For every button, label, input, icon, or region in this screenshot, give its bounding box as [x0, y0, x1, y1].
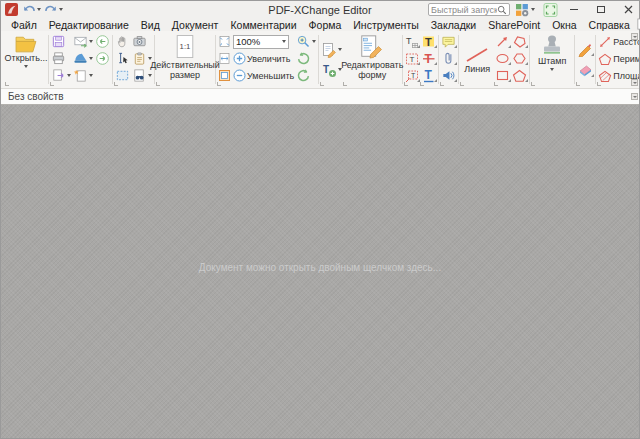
- pentagon-dropdown-icon[interactable]: [525, 79, 528, 82]
- new-document-button[interactable]: [72, 68, 94, 83]
- menu-edit[interactable]: Редактирование: [43, 19, 135, 31]
- sound-comment-button[interactable]: [440, 68, 457, 83]
- scan-button[interactable]: [72, 51, 94, 66]
- export-dropdown-icon[interactable]: [67, 74, 71, 77]
- typewriter-button[interactable]: T: [404, 35, 420, 49]
- ui-options-button[interactable]: [515, 3, 535, 17]
- pencil-tool-button[interactable]: [576, 41, 594, 57]
- line-tool-button[interactable]: Линия: [460, 33, 494, 86]
- hexagon-tool-button[interactable]: [511, 51, 528, 66]
- zoom-in-button[interactable]: Увеличить: [232, 52, 291, 65]
- menu-view[interactable]: Вид: [135, 19, 166, 31]
- close-button[interactable]: [617, 2, 639, 17]
- add-text-button[interactable]: T: [320, 62, 343, 78]
- ellipse-tool-button[interactable]: [494, 51, 511, 66]
- menu-comments[interactable]: Комментарии: [224, 19, 302, 31]
- minimize-button[interactable]: [563, 2, 585, 17]
- redo-button[interactable]: [44, 3, 63, 16]
- minimize-icon: [570, 9, 578, 10]
- callout-text-button[interactable]: T: [404, 69, 420, 83]
- sticky-note-dropdown-icon[interactable]: [454, 45, 457, 48]
- menu-help[interactable]: Справка: [583, 19, 636, 31]
- attach-file-dropdown-icon[interactable]: [454, 62, 457, 65]
- menu-file[interactable]: Файл: [5, 19, 43, 31]
- toolbar-separator: [458, 35, 459, 84]
- zoom-level-combobox[interactable]: 100%: [232, 35, 290, 49]
- maximize-button[interactable]: [590, 2, 612, 17]
- underline-text-button[interactable]: T: [420, 68, 437, 83]
- toolbar-collapse-top-icon[interactable]: [631, 33, 638, 40]
- strikeout-text-button[interactable]: T: [420, 51, 437, 66]
- next-view-button[interactable]: [94, 51, 111, 66]
- zoom-out-button[interactable]: Уменьшить: [232, 69, 295, 82]
- strikeout-dropdown-icon[interactable]: [434, 62, 437, 65]
- text-box-button[interactable]: T: [404, 52, 420, 66]
- fit-visible-button[interactable]: [217, 69, 232, 82]
- quick-launch-box[interactable]: [428, 3, 510, 16]
- attach-file-button[interactable]: [440, 51, 457, 66]
- rotate-ccw-button[interactable]: [295, 51, 312, 66]
- menu-sharepoint[interactable]: SharePoint: [482, 19, 546, 31]
- scan-dropdown-icon[interactable]: [89, 57, 93, 60]
- pencil-dropdown-icon[interactable]: [591, 53, 594, 56]
- quick-launch-input[interactable]: [431, 5, 497, 15]
- fit-width-button[interactable]: [217, 52, 232, 65]
- properties-collapse-icon[interactable]: [631, 93, 638, 100]
- undo-button[interactable]: [22, 3, 41, 16]
- eraser-dropdown-icon[interactable]: [591, 74, 594, 77]
- menu-document[interactable]: Документ: [166, 19, 225, 31]
- fullscreen-mode-icon[interactable]: [543, 3, 558, 17]
- save-button[interactable]: [50, 34, 67, 49]
- underline-dropdown-icon[interactable]: [434, 79, 437, 82]
- menu-tools[interactable]: Инструменты: [347, 19, 424, 31]
- edit-content-button[interactable]: [320, 42, 343, 58]
- snapshot-button[interactable]: [131, 34, 148, 49]
- select-area-button[interactable]: [114, 68, 131, 83]
- polyline-dropdown-icon[interactable]: [525, 45, 528, 48]
- highlight-text-button[interactable]: T: [420, 34, 437, 49]
- sound-comment-dropdown-icon[interactable]: [454, 79, 457, 82]
- find-button[interactable]: Найти...: [636, 18, 640, 31]
- fit-page-button[interactable]: [217, 35, 232, 48]
- stamp-button[interactable]: Штамп: [531, 33, 573, 86]
- print-button[interactable]: [50, 51, 67, 66]
- menu-bookmarks[interactable]: Закладки: [425, 19, 482, 31]
- select-text-button[interactable]: [114, 51, 131, 66]
- rotate-cw-button[interactable]: [295, 68, 312, 83]
- email-button[interactable]: [72, 34, 94, 49]
- open-button[interactable]: Открыть...: [5, 33, 47, 86]
- new-document-dropdown-icon[interactable]: [89, 74, 93, 77]
- zoom-tool-dropdown-icon[interactable]: [312, 40, 316, 43]
- eraser-tool-button[interactable]: [576, 62, 594, 78]
- email-dropdown-icon[interactable]: [89, 40, 93, 43]
- pentagon-tool-button[interactable]: [511, 68, 528, 83]
- stamp-dropdown-icon[interactable]: [550, 68, 554, 71]
- text-box-tools-group: T T T: [404, 33, 420, 86]
- hand-tool-button[interactable]: [114, 34, 131, 49]
- save-icon: [51, 34, 66, 49]
- previous-view-button[interactable]: [94, 34, 111, 49]
- perimeter-label: Периметр: [613, 54, 639, 64]
- rectangle-tool-button[interactable]: [494, 68, 511, 83]
- zoom-tool-button[interactable]: [295, 34, 317, 49]
- highlight-dropdown-icon[interactable]: [434, 45, 437, 48]
- document-area[interactable]: Документ можно открыть двойным щелчком з…: [1, 105, 639, 438]
- redo-dropdown-icon[interactable]: [59, 8, 63, 11]
- sticky-note-button[interactable]: [440, 35, 457, 49]
- perimeter-tool-button[interactable]: Периметр: [597, 52, 639, 66]
- hexagon-dropdown-icon[interactable]: [525, 62, 528, 65]
- edit-form-button[interactable]: Редактировать форму: [343, 33, 401, 86]
- email-icon: [73, 34, 88, 49]
- ui-options-dropdown-icon[interactable]: [531, 8, 535, 11]
- menu-windows[interactable]: Окна: [546, 19, 582, 31]
- open-dropdown-icon[interactable]: [24, 65, 28, 68]
- export-button[interactable]: [50, 68, 72, 83]
- actual-size-button[interactable]: 1:1 Действительный размер: [156, 33, 214, 86]
- menu-form[interactable]: Форма: [303, 19, 348, 31]
- arrow-tool-button[interactable]: [494, 34, 511, 49]
- undo-dropdown-icon[interactable]: [37, 8, 41, 11]
- toolbar-collapse-bottom-icon[interactable]: [631, 79, 638, 86]
- polygon-line-tool-button[interactable]: [511, 34, 528, 49]
- edit-content-dropdown-icon[interactable]: [338, 48, 342, 51]
- zoom-level-dropdown-icon[interactable]: [282, 40, 286, 43]
